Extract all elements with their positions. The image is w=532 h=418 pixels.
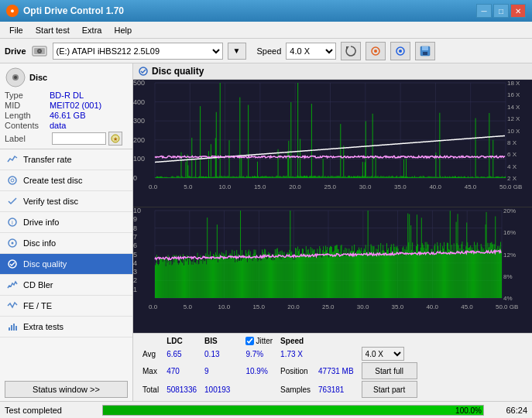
drive-label: Drive	[5, 46, 26, 56]
top-chart-canvas	[133, 80, 529, 192]
svg-rect-27	[15, 326, 17, 331]
disc-info-icon	[5, 67, 26, 88]
total-label: Total	[139, 381, 162, 398]
menu-extra[interactable]: Extra	[76, 24, 108, 36]
drive-icon	[31, 43, 48, 60]
nav-create-test-disc[interactable]: Create test disc	[0, 170, 132, 191]
content-header: Disc quality	[133, 63, 532, 80]
avg-label: Avg	[139, 347, 162, 361]
save-btn[interactable]	[415, 42, 435, 60]
stats-table: LDC BIS Jitter Speed Avg 6.65	[138, 335, 422, 399]
svg-point-6	[374, 50, 377, 53]
nav-disc-info-label: Disc info	[23, 238, 56, 248]
type-key: Type	[5, 91, 50, 100]
length-key: Length	[5, 111, 50, 120]
avg-bis: 0.13	[201, 347, 233, 361]
svg-point-22	[12, 242, 14, 245]
menu-file[interactable]: File	[3, 24, 29, 36]
mid-value: MEIT02 (001)	[50, 101, 101, 110]
svg-point-8	[399, 50, 402, 53]
sidebar: Disc Type BD-R DL MID MEIT02 (001) Lengt…	[0, 63, 133, 401]
progress-text: 100.0%	[455, 406, 482, 416]
cd-bler-icon	[6, 279, 19, 291]
disc-quality-header-icon	[138, 66, 149, 77]
speed-select[interactable]: 4.0 X	[286, 43, 336, 60]
bottom-chart-canvas	[133, 207, 529, 312]
svg-point-3	[39, 50, 40, 52]
progress-bar-container: 100.0%	[102, 405, 484, 416]
transfer-rate-icon	[6, 153, 19, 166]
nav-disc-info[interactable]: Disc info	[0, 233, 132, 254]
status-window-btn[interactable]: Status window >>	[5, 381, 128, 398]
fe-te-icon	[6, 300, 19, 312]
total-bis: 100193	[201, 381, 233, 398]
content-title: Disc quality	[152, 66, 204, 77]
disc-section-title: Disc	[29, 73, 47, 82]
svg-point-17	[9, 176, 16, 184]
drive-arrow-btn[interactable]: ▼	[228, 43, 246, 60]
status-bar: Test completed 100.0% 66:24	[0, 401, 532, 418]
nav-transfer-rate-label: Transfer rate	[23, 155, 72, 164]
max-bis: 9	[201, 362, 233, 379]
create-test-disc-icon	[6, 174, 19, 187]
drive-info-icon: i	[6, 216, 19, 228]
svg-rect-10	[422, 46, 428, 50]
nav-transfer-rate[interactable]: Transfer rate	[0, 149, 132, 170]
length-value: 46.61 GB	[50, 111, 85, 120]
type-value: BD-R DL	[50, 91, 84, 100]
nav-cd-bler[interactable]: CD Bler	[0, 275, 132, 296]
menu-start-test[interactable]: Start test	[29, 24, 76, 36]
nav-verify-test-disc[interactable]: Verify test disc	[0, 191, 132, 212]
jitter-checkbox[interactable]	[245, 337, 254, 345]
svg-rect-26	[13, 324, 15, 331]
minimize-button[interactable]: ─	[476, 4, 492, 18]
nav-disc-quality[interactable]: Disc quality	[0, 254, 132, 275]
menu-help[interactable]: Help	[108, 24, 138, 36]
nav-drive-info-label: Drive info	[23, 218, 59, 227]
svg-rect-25	[11, 325, 12, 331]
close-button[interactable]: ✕	[510, 4, 526, 18]
menu-bar: File Start test Extra Help	[0, 22, 532, 39]
status-time: 66:24	[489, 406, 527, 415]
disc-quality-icon	[6, 258, 19, 270]
max-label: Max	[139, 362, 162, 379]
contents-key: Contents	[5, 121, 50, 130]
status-text: Test completed	[5, 406, 98, 415]
start-full-btn[interactable]: Start full	[362, 362, 417, 379]
nav-extra-tests-label: Extra tests	[23, 322, 63, 331]
speed-value: 1.73 X	[277, 347, 314, 361]
label-icon-btn[interactable]: ★	[108, 132, 122, 146]
svg-text:★: ★	[113, 136, 118, 142]
verify-test-disc-icon	[6, 195, 19, 207]
jitter-label: Jitter	[256, 337, 273, 345]
progress-bar-fill	[103, 406, 483, 415]
maximize-button[interactable]: □	[493, 4, 509, 18]
nav-disc-quality-label: Disc quality	[23, 259, 67, 269]
disc-info-panel: Disc Type BD-R DL MID MEIT02 (001) Lengt…	[0, 63, 132, 149]
refresh-btn[interactable]	[341, 42, 361, 60]
position-label: Position	[277, 362, 314, 379]
svg-rect-11	[423, 52, 427, 55]
settings-btn1[interactable]	[366, 42, 386, 60]
nav-extra-tests[interactable]: Extra tests	[0, 317, 132, 337]
label-key: Label	[5, 134, 50, 143]
nav-drive-info[interactable]: i Drive info	[0, 212, 132, 233]
start-part-btn[interactable]: Start part	[362, 381, 417, 398]
speed-col-label: Speed	[277, 337, 314, 345]
label-input[interactable]	[52, 132, 106, 145]
mid-key: MID	[5, 101, 50, 110]
nav-fe-te[interactable]: FE / TE	[0, 296, 132, 317]
main-layout: Disc Type BD-R DL MID MEIT02 (001) Lengt…	[0, 63, 532, 401]
nav-verify-test-disc-label: Verify test disc	[23, 197, 78, 206]
settings-btn2[interactable]	[390, 42, 410, 60]
chart-top: LDC Read speed Write speed	[133, 80, 532, 207]
app-icon: ●	[6, 5, 19, 17]
drive-select[interactable]: (E:) ATAPI iHBS212 2.5L09	[53, 43, 223, 60]
jitter-checkbox-label[interactable]: Jitter	[245, 337, 273, 345]
avg-ldc: 6.65	[163, 347, 200, 361]
svg-rect-24	[9, 327, 10, 331]
title-bar: ● Opti Drive Control 1.70 ─ □ ✕	[0, 0, 532, 22]
speed-test-select[interactable]: 4.0 X	[362, 347, 404, 361]
samples-value: 763181	[315, 381, 357, 398]
extra-tests-icon	[6, 320, 19, 333]
